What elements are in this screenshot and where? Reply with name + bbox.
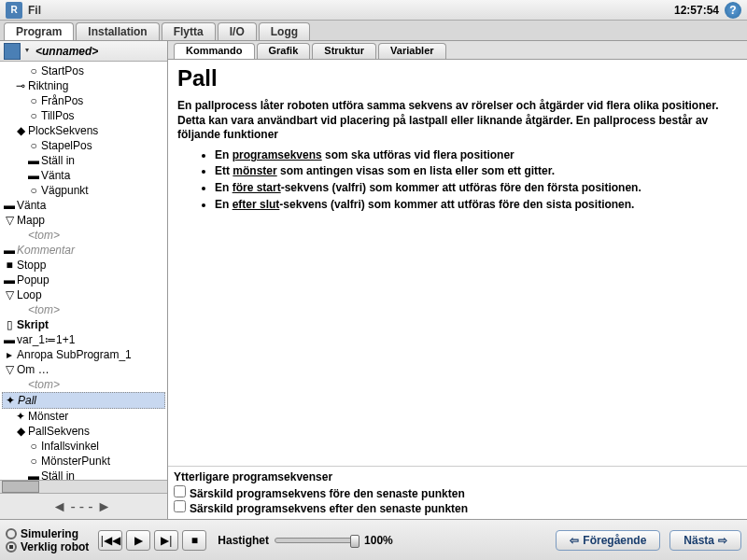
ur-logo: R (6, 2, 22, 19)
stop-button[interactable]: ■ (182, 530, 206, 551)
tree-node[interactable]: ▽Om … (2, 362, 165, 377)
tree-node[interactable]: ▬Popup (2, 273, 165, 287)
tree-node[interactable]: ▬Ställ in (2, 153, 165, 168)
program-tree[interactable]: ○StartPos⊸Riktning○FrånPos○TillPos◆Plock… (0, 62, 167, 480)
tree-node[interactable]: ▬Ställ in (2, 469, 165, 480)
tree-node[interactable]: ■Stopp (2, 258, 165, 273)
tab-logg[interactable]: Logg (259, 22, 310, 40)
tree-node[interactable]: ▬Vänta (2, 168, 165, 183)
tree-node[interactable]: ○TillPos (2, 108, 165, 123)
tree-node[interactable]: ◆PlockSekvens (2, 123, 165, 138)
extra-sequences: Ytterligare programsekvenser Särskild pr… (168, 466, 747, 519)
tab-io[interactable]: I/O (218, 22, 257, 40)
save-icon[interactable] (4, 43, 21, 60)
checkbox-before[interactable]: Särskild programsekvens före den senaste… (174, 485, 741, 500)
previous-button[interactable]: ⇦ Föregående (556, 530, 660, 551)
next-button[interactable]: Nästa ⇨ (669, 530, 741, 551)
speed-label: Hastighet (218, 534, 269, 547)
tree-node[interactable]: ◆PallSekvens (2, 424, 165, 439)
tree-node[interactable]: ○StapelPos (2, 138, 165, 153)
intro-text: En pallprocess låter roboten utföra samm… (177, 99, 738, 143)
tree-node[interactable]: ○Infallsvinkel (2, 439, 165, 454)
step-button[interactable]: ▶| (154, 530, 178, 551)
page-title: Pall (177, 65, 738, 91)
tree-node[interactable]: ▬Vänta (2, 198, 165, 213)
tree-node[interactable]: ▸Anropa SubProgram_1 (2, 347, 165, 362)
main-tabs: Program Installation Flytta I/O Logg (0, 21, 747, 41)
tab-program[interactable]: Program (4, 22, 74, 40)
tab-struktur[interactable]: Struktur (312, 43, 376, 59)
command-content: Pall En pallprocess låter roboten utföra… (168, 60, 747, 466)
speed-slider[interactable] (275, 538, 359, 543)
tree-hscroll[interactable] (0, 480, 167, 493)
mode-real[interactable]: Verklig robot (6, 540, 89, 553)
tab-variabler[interactable]: Variabler (378, 43, 445, 59)
mode-simulation[interactable]: Simulering (6, 527, 89, 540)
bullet-3: En före start-sekvens (valfri) som komme… (215, 181, 738, 196)
bullet-2: Ett mönster som antingen visas som en li… (215, 164, 738, 179)
tab-grafik[interactable]: Grafik (257, 43, 311, 59)
tab-kommando[interactable]: Kommando (174, 43, 255, 59)
tree-node[interactable]: ○FrånPos (2, 93, 165, 108)
tree-node[interactable]: ✦Pall (2, 392, 165, 409)
tree-node[interactable]: ○Vägpunkt (2, 183, 165, 198)
tree-node[interactable]: ○StartPos (2, 63, 165, 78)
tree-node[interactable]: <tom> (2, 377, 165, 392)
tab-installation[interactable]: Installation (76, 22, 159, 40)
play-button[interactable]: ▶ (126, 530, 150, 551)
checkbox-after[interactable]: Särskild programsekvens efter den senast… (174, 500, 741, 515)
bullet-4: En efter slut-sekvens (valfri) som komme… (215, 198, 738, 213)
file-menu[interactable]: Fil (28, 4, 41, 17)
tree-nav-arrows[interactable]: ◄---► (0, 493, 167, 519)
program-tree-pane: <unnamed> ○StartPos⊸Riktning○FrånPos○Til… (0, 41, 168, 519)
tree-node[interactable]: ▽Mapp (2, 213, 165, 228)
tree-node[interactable]: ⊸Riktning (2, 78, 165, 93)
extras-header: Ytterligare programsekvenser (174, 470, 741, 483)
speed-value: 100% (364, 534, 393, 547)
tree-node[interactable]: <tom> (2, 302, 165, 317)
rewind-button[interactable]: |◀◀ (98, 530, 122, 551)
tree-node[interactable]: ✦Mönster (2, 409, 165, 424)
program-name: <unnamed> (35, 45, 98, 58)
tree-node[interactable]: ○MönsterPunkt (2, 454, 165, 469)
tree-node[interactable]: ▯Skript (2, 317, 165, 332)
tab-flytta[interactable]: Flytta (162, 22, 216, 40)
help-icon[interactable]: ? (725, 2, 741, 19)
tree-node[interactable]: ▬Kommentar (2, 243, 165, 258)
clock: 12:57:54 (674, 4, 719, 17)
bullet-1: En programsekvens som ska utföras vid fl… (215, 148, 738, 163)
tree-node[interactable]: <tom> (2, 228, 165, 243)
tree-node[interactable]: ▽Loop (2, 287, 165, 302)
detail-tabs: Kommando Grafik Struktur Variabler (168, 41, 747, 60)
tree-node[interactable]: ▬var_1≔1+1 (2, 332, 165, 347)
